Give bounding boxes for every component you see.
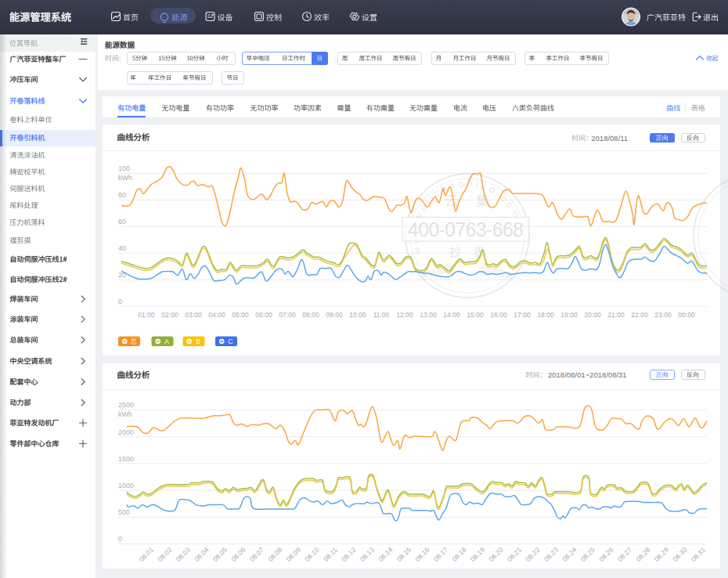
svg-text:08.03: 08.03 bbox=[175, 546, 192, 563]
svg-text:10:00: 10:00 bbox=[349, 311, 366, 319]
svg-text:2000: 2000 bbox=[118, 428, 134, 436]
svg-text:2018/08/01~2018/08/31: 2018/08/01~2018/08/31 bbox=[548, 370, 627, 379]
svg-text:C: C bbox=[228, 338, 233, 345]
svg-text:08:00: 08:00 bbox=[302, 311, 319, 319]
svg-text:09:00: 09:00 bbox=[326, 311, 343, 319]
svg-text:19:00: 19:00 bbox=[560, 311, 578, 319]
svg-text:05:00: 05:00 bbox=[232, 311, 249, 319]
svg-text:400-0763-668: 400-0763-668 bbox=[408, 219, 524, 240]
svg-text:08.01: 08.01 bbox=[138, 546, 155, 563]
svg-text:00:00: 00:00 bbox=[678, 311, 695, 319]
svg-text:13:00: 13:00 bbox=[420, 311, 437, 319]
svg-text:08.25: 08.25 bbox=[579, 546, 596, 563]
svg-text:08.13: 08.13 bbox=[359, 546, 376, 563]
svg-text:08.17: 08.17 bbox=[432, 546, 449, 563]
svg-text:08.06: 08.06 bbox=[229, 546, 247, 563]
svg-text:40: 40 bbox=[118, 244, 126, 252]
svg-text:08.21: 08.21 bbox=[506, 546, 523, 563]
svg-text:08.16: 08.16 bbox=[413, 546, 431, 563]
svg-text:08.28: 08.28 bbox=[634, 546, 651, 563]
svg-text:1500: 1500 bbox=[118, 455, 134, 463]
svg-text:07:00: 07:00 bbox=[279, 311, 296, 319]
svg-text:08.22: 08.22 bbox=[524, 546, 541, 563]
svg-text:08.30: 08.30 bbox=[671, 546, 688, 563]
svg-text:60: 60 bbox=[118, 218, 126, 226]
svg-text:B: B bbox=[196, 338, 200, 345]
svg-text:08.14: 08.14 bbox=[377, 546, 394, 563]
svg-text:04:00: 04:00 bbox=[208, 311, 225, 319]
svg-text:08.15: 08.15 bbox=[395, 546, 413, 563]
svg-text:11:00: 11:00 bbox=[373, 311, 390, 319]
svg-text:100: 100 bbox=[118, 164, 130, 172]
svg-text:02:00: 02:00 bbox=[161, 311, 178, 319]
svg-text:03:00: 03:00 bbox=[185, 311, 202, 319]
svg-text:0: 0 bbox=[118, 298, 122, 305]
svg-text:08.18: 08.18 bbox=[450, 546, 467, 563]
svg-text:08.23: 08.23 bbox=[542, 546, 560, 563]
svg-text:08.10: 08.10 bbox=[303, 546, 320, 563]
svg-text:08.19: 08.19 bbox=[469, 546, 486, 563]
svg-text:08.26: 08.26 bbox=[597, 546, 614, 563]
svg-text:08.04: 08.04 bbox=[193, 546, 210, 563]
svg-text:1000: 1000 bbox=[118, 482, 134, 489]
svg-text:2500: 2500 bbox=[118, 401, 134, 409]
svg-text:14:00: 14:00 bbox=[443, 311, 460, 319]
svg-text:08.05: 08.05 bbox=[211, 546, 229, 563]
svg-text:08.27: 08.27 bbox=[616, 546, 633, 563]
svg-text:08.12: 08.12 bbox=[340, 546, 357, 563]
svg-text:08.24: 08.24 bbox=[560, 546, 578, 563]
svg-text:06:00: 06:00 bbox=[255, 311, 272, 319]
svg-text:18:00: 18:00 bbox=[537, 311, 554, 319]
svg-text:08.09: 08.09 bbox=[285, 546, 302, 563]
svg-text:08.20: 08.20 bbox=[487, 546, 504, 563]
svg-text:A: A bbox=[164, 338, 169, 345]
svg-text:kWh: kWh bbox=[118, 174, 132, 182]
svg-text:12:00: 12:00 bbox=[396, 311, 413, 319]
svg-text:0: 0 bbox=[118, 535, 122, 543]
svg-text:23:00: 23:00 bbox=[654, 311, 672, 319]
svg-text:80: 80 bbox=[118, 191, 126, 199]
svg-text:08.02: 08.02 bbox=[156, 546, 173, 563]
svg-text:kWh: kWh bbox=[118, 410, 132, 418]
svg-text:16:00: 16:00 bbox=[490, 311, 507, 319]
svg-text:08.07: 08.07 bbox=[248, 546, 265, 563]
svg-text:2018/08/11: 2018/08/11 bbox=[591, 134, 628, 143]
svg-text:08.11: 08.11 bbox=[322, 546, 339, 563]
svg-text:500: 500 bbox=[118, 508, 130, 516]
svg-text:01:00: 01:00 bbox=[138, 311, 155, 319]
svg-text:08.08: 08.08 bbox=[266, 546, 283, 563]
svg-text:21:00: 21:00 bbox=[607, 311, 625, 319]
svg-text:22:00: 22:00 bbox=[631, 311, 648, 319]
svg-text:20:00: 20:00 bbox=[584, 311, 601, 319]
svg-text:08.29: 08.29 bbox=[653, 546, 670, 563]
svg-text:15:00: 15:00 bbox=[467, 311, 484, 319]
svg-text:08.31: 08.31 bbox=[690, 546, 707, 563]
svg-text:17:00: 17:00 bbox=[514, 311, 531, 319]
